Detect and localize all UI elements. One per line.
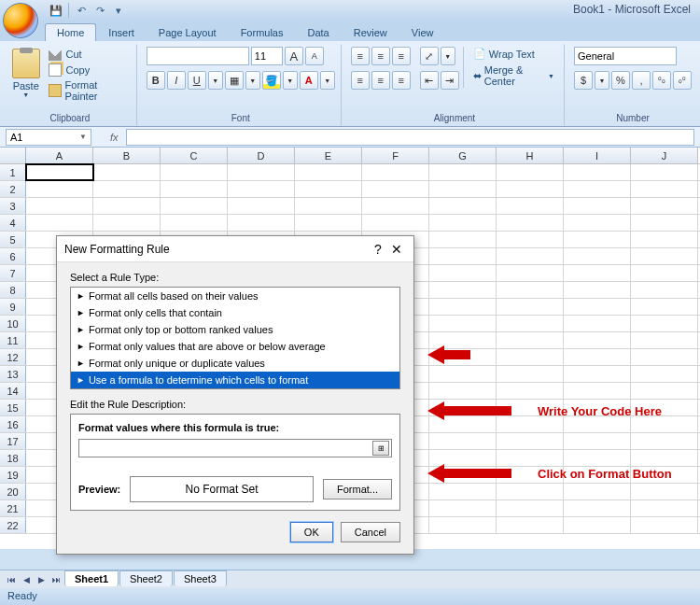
cell[interactable] [631, 433, 698, 449]
cancel-button[interactable]: Cancel [341, 522, 400, 542]
ok-button[interactable]: OK [290, 522, 333, 542]
cell[interactable] [429, 366, 497, 382]
wrap-text-button[interactable]: 📄Wrap Text [469, 47, 558, 61]
sheet-nav-last[interactable]: ⏭ [49, 572, 63, 587]
row-header[interactable]: 20 [0, 484, 26, 499]
fill-color-dropdown[interactable]: ▼ [283, 71, 298, 90]
fx-label[interactable]: fx [110, 132, 119, 143]
bold-button[interactable]: B [147, 71, 165, 90]
tab-view[interactable]: View [399, 23, 446, 41]
comma-button[interactable]: , [632, 71, 651, 90]
cell[interactable] [497, 349, 564, 365]
format-button[interactable]: Format... [323, 479, 392, 499]
cell[interactable] [161, 215, 228, 231]
font-color-dropdown[interactable]: ▼ [320, 71, 335, 90]
cell[interactable] [631, 265, 698, 281]
cell[interactable] [295, 215, 362, 231]
cell[interactable] [295, 164, 362, 180]
cell[interactable] [564, 282, 631, 298]
row-header[interactable]: 9 [0, 299, 26, 315]
cell[interactable] [564, 164, 631, 180]
cell[interactable] [564, 248, 631, 264]
cell[interactable] [631, 316, 698, 331]
help-button[interactable]: ? [369, 242, 387, 257]
sheet-tab[interactable]: Sheet1 [64, 570, 119, 586]
cell[interactable] [26, 181, 93, 197]
cell[interactable] [161, 164, 228, 180]
cell[interactable] [362, 215, 429, 231]
cell[interactable] [564, 299, 631, 315]
percent-button[interactable]: % [611, 71, 630, 90]
tab-home[interactable]: Home [45, 23, 96, 41]
column-header[interactable]: A [26, 148, 93, 163]
name-box[interactable]: A1▼ [6, 129, 91, 146]
cell[interactable] [631, 198, 698, 214]
cell[interactable] [631, 248, 698, 264]
row-header[interactable]: 21 [0, 500, 26, 516]
cell[interactable] [228, 215, 295, 231]
row-header[interactable]: 17 [0, 433, 26, 449]
cell[interactable] [497, 215, 564, 231]
number-format-select[interactable] [574, 47, 677, 65]
cell[interactable] [497, 484, 564, 499]
row-header[interactable]: 6 [0, 248, 26, 264]
cell[interactable] [429, 500, 497, 516]
formula-input[interactable]: ⊞ [78, 439, 392, 457]
increase-indent-button[interactable]: ⇥ [441, 71, 459, 90]
sheet-nav-prev[interactable]: ◀ [19, 572, 34, 587]
cell[interactable] [631, 282, 698, 298]
row-header[interactable]: 7 [0, 265, 26, 281]
border-dropdown[interactable]: ▼ [245, 71, 260, 90]
cell[interactable] [564, 383, 631, 399]
align-left-button[interactable]: ≡ [351, 71, 370, 90]
cell[interactable] [497, 332, 564, 348]
rule-type-item[interactable]: ►Format only values that are above or be… [71, 338, 399, 355]
close-button[interactable]: ✕ [387, 242, 406, 257]
cell[interactable] [497, 265, 564, 281]
row-header[interactable]: 22 [0, 517, 26, 533]
cell[interactable] [631, 366, 698, 382]
format-painter-button[interactable]: Format Painter [46, 78, 130, 103]
cell[interactable] [429, 316, 497, 331]
cell[interactable] [631, 299, 698, 315]
row-header[interactable]: 5 [0, 232, 26, 247]
row-header[interactable]: 1 [0, 164, 26, 180]
sheet-tab[interactable]: Sheet2 [119, 570, 173, 586]
cell[interactable] [429, 433, 497, 449]
cell[interactable] [93, 198, 161, 214]
row-header[interactable]: 12 [0, 349, 26, 365]
cell[interactable] [497, 366, 564, 382]
row-header[interactable]: 19 [0, 467, 26, 483]
currency-dropdown[interactable]: ▼ [595, 71, 609, 90]
cell[interactable] [497, 316, 564, 331]
row-header[interactable]: 11 [0, 332, 26, 348]
cell[interactable] [564, 433, 631, 449]
column-header[interactable]: F [362, 148, 429, 163]
border-button[interactable]: ▦ [225, 71, 244, 90]
cell[interactable] [631, 517, 698, 533]
cell[interactable] [429, 164, 497, 180]
copy-button[interactable]: Copy [46, 63, 130, 77]
cell[interactable] [631, 500, 698, 516]
rule-type-item[interactable]: ►Format only unique or duplicate values [71, 355, 399, 372]
column-header[interactable]: D [228, 148, 295, 163]
cell[interactable] [497, 164, 564, 180]
cell[interactable] [631, 181, 698, 197]
cell[interactable] [228, 181, 295, 197]
decrease-decimal-button[interactable]: ₀⁰ [673, 71, 692, 90]
sheet-nav-next[interactable]: ▶ [34, 572, 49, 587]
cell[interactable] [429, 248, 497, 264]
cell[interactable] [497, 198, 564, 214]
font-size-select[interactable] [251, 47, 283, 65]
increase-decimal-button[interactable]: ⁰₀ [652, 71, 671, 90]
font-color-button[interactable]: A [300, 71, 318, 90]
row-header[interactable]: 16 [0, 416, 26, 432]
save-button[interactable]: 💾 [48, 2, 64, 19]
cell[interactable] [564, 181, 631, 197]
cell[interactable] [564, 215, 631, 231]
formula-input[interactable] [126, 129, 694, 146]
underline-button[interactable]: U [188, 71, 206, 90]
cell[interactable] [429, 282, 497, 298]
rule-type-item[interactable]: ►Format only top or bottom ranked values [71, 321, 399, 338]
cell[interactable] [161, 181, 228, 197]
